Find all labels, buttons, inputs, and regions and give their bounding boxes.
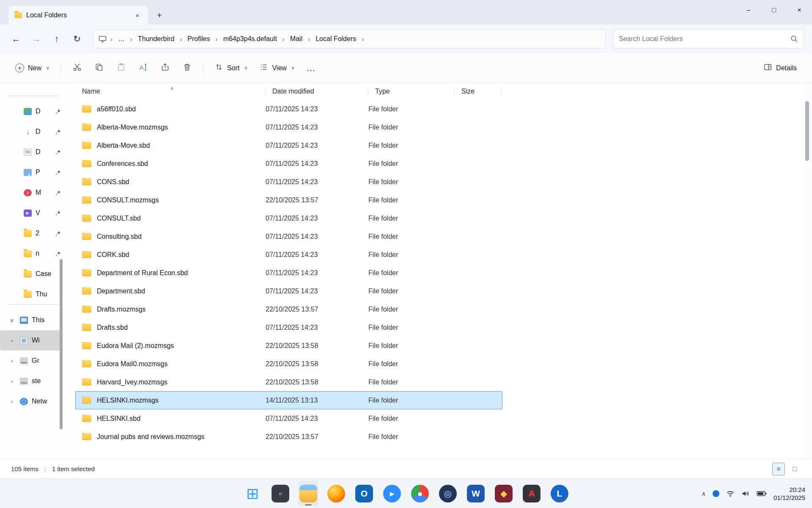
file-row[interactable]: Conferences.sbd 07/11/2025 14:23 File fo…: [75, 155, 502, 173]
file-row[interactable]: Consulting.sbd 07/11/2025 14:23 File fol…: [75, 227, 502, 246]
sidebar-item[interactable]: ∨ This: [0, 310, 61, 330]
sidebar-item[interactable]: › Wi: [0, 330, 61, 351]
battery-icon[interactable]: [757, 490, 767, 497]
taskbar-app[interactable]: O: [354, 481, 374, 506]
chevron-icon[interactable]: ›: [8, 358, 16, 364]
chevron-icon[interactable]: ›: [8, 378, 16, 384]
rename-button[interactable]: A: [133, 58, 153, 78]
file-row[interactable]: Eudora Mail0.mozmsgs 22/10/2025 13:58 Fi…: [75, 355, 502, 373]
sidebar-item[interactable]: M: [0, 182, 61, 203]
file-row[interactable]: Alberta-Move.mozmsgs 07/11/2025 14:23 Fi…: [75, 118, 502, 136]
taskbar-app[interactable]: [298, 481, 318, 506]
breadcrumb-segment[interactable]: Mail: [288, 34, 305, 44]
file-row[interactable]: Alberta-Move.sbd 07/11/2025 14:23 File f…: [75, 136, 502, 155]
new-tab-button[interactable]: +: [152, 8, 167, 22]
file-row[interactable]: CONS.sbd 07/11/2025 14:23 File folder: [75, 173, 502, 191]
view-button[interactable]: View ∨: [254, 58, 299, 78]
taskbar-app[interactable]: ▫: [270, 481, 291, 506]
file-row[interactable]: CONSULT.sbd 07/11/2025 14:23 File folder: [75, 209, 502, 227]
sidebar-item[interactable]: D: [0, 142, 61, 162]
search-icon[interactable]: [790, 35, 798, 43]
file-date-modified: 22/10/2025 13:58: [266, 342, 368, 350]
tab-close-button[interactable]: ×: [132, 10, 143, 21]
share-button[interactable]: [155, 58, 175, 78]
taskbar-app[interactable]: ●: [410, 481, 430, 506]
taskbar-app[interactable]: L: [549, 481, 570, 506]
sidebar-item[interactable]: V: [0, 203, 61, 223]
sidebar-item[interactable]: D: [0, 101, 61, 121]
cut-button[interactable]: [67, 58, 87, 78]
sidebar-item[interactable]: Thu: [0, 284, 61, 304]
breadcrumb-segment[interactable]: Profiles: [185, 34, 212, 44]
thumbnail-view-button[interactable]: □: [788, 463, 801, 475]
maximize-button[interactable]: □: [761, 0, 787, 20]
sidebar-item[interactable]: n: [0, 243, 61, 264]
new-button[interactable]: + New ∨: [10, 58, 55, 78]
breadcrumb-segment[interactable]: Thunderbird: [135, 34, 177, 44]
taskbar-app[interactable]: A: [521, 481, 542, 506]
more-options-button[interactable]: …: [302, 58, 320, 78]
sidebar-item[interactable]: › Netw: [0, 391, 61, 411]
file-row[interactable]: Eudora Mail (2).mozmsgs 22/10/2025 13:58…: [75, 337, 502, 355]
breadcrumb-segment[interactable]: Local Folders: [313, 34, 359, 44]
sidebar-scrollbar-thumb[interactable]: [60, 259, 63, 429]
taskbar-app[interactable]: ▸: [382, 481, 402, 506]
sidebar-item-icon: [24, 189, 32, 196]
file-row[interactable]: CORK.sbd 07/11/2025 14:23 File folder: [75, 246, 502, 264]
folder-icon: [82, 160, 91, 167]
wifi-icon[interactable]: [726, 490, 735, 497]
breadcrumb[interactable]: › … › Thunderbird › Profiles ›: [93, 30, 606, 48]
chevron-icon[interactable]: ∨: [8, 317, 16, 323]
copy-button[interactable]: [89, 58, 109, 78]
file-row[interactable]: a56ff010.sbd 07/11/2025 14:23 File folde…: [75, 100, 502, 118]
search-input[interactable]: [619, 35, 790, 43]
column-header-size[interactable]: Size: [455, 83, 501, 100]
taskbar-app[interactable]: ⊞: [242, 481, 263, 506]
delete-button[interactable]: [177, 58, 197, 78]
details-view-button[interactable]: ≡: [772, 463, 785, 475]
details-pane-button[interactable]: Details: [758, 58, 802, 78]
file-row[interactable]: CONSULT.mozmsgs 22/10/2025 13:57 File fo…: [75, 191, 502, 209]
up-button[interactable]: ↑: [47, 30, 67, 48]
taskbar-app[interactable]: [326, 481, 346, 506]
file-row[interactable]: Harvard_Ivey.mozmsgs 22/10/2025 13:58 Fi…: [75, 373, 502, 391]
file-row[interactable]: Department.sbd 07/11/2025 14:23 File fol…: [75, 282, 502, 300]
file-name: Drafts.mozmsgs: [97, 306, 146, 313]
sidebar-item[interactable]: P: [0, 162, 61, 182]
tray-app-icon[interactable]: [713, 490, 719, 497]
file-row[interactable]: Drafts.sbd 07/11/2025 14:23 File folder: [75, 318, 502, 337]
sidebar-item[interactable]: › Gr: [0, 351, 61, 371]
sidebar-item[interactable]: Case: [0, 264, 61, 284]
chevron-icon[interactable]: ›: [8, 337, 16, 344]
column-header-type[interactable]: Type: [368, 83, 455, 100]
minimize-button[interactable]: –: [736, 0, 761, 20]
close-button[interactable]: ×: [787, 0, 812, 20]
refresh-button[interactable]: ↻: [67, 30, 87, 48]
taskbar-app[interactable]: W: [466, 481, 486, 506]
scrollbar-thumb[interactable]: [805, 101, 809, 161]
file-row[interactable]: HELSINKI.mozmsgs 14/11/2025 13:13 File f…: [75, 391, 502, 409]
sidebar-item[interactable]: › ste: [0, 371, 61, 391]
file-row[interactable]: Journal pubs and reviews.mozmsgs 22/10/2…: [75, 428, 502, 446]
sidebar-item[interactable]: D: [0, 121, 61, 142]
volume-icon[interactable]: [741, 490, 750, 497]
breadcrumb-overflow-button[interactable]: …: [115, 34, 127, 44]
taskbar-app[interactable]: ◎: [438, 481, 458, 506]
breadcrumb-segment[interactable]: m64p3p4s.default: [221, 34, 280, 44]
file-row[interactable]: HELSINKI.sbd 07/11/2025 14:23 File folde…: [75, 409, 502, 428]
taskbar-app[interactable]: ◆: [494, 481, 514, 506]
clock[interactable]: 20:24 01/12/2025: [774, 486, 805, 502]
paste-button[interactable]: [111, 58, 131, 78]
sort-button[interactable]: Sort ∨: [209, 58, 252, 78]
file-row[interactable]: Department of Rural Econ.sbd 07/11/2025 …: [75, 264, 502, 282]
file-type: File folder: [368, 415, 455, 422]
sidebar-item[interactable]: 2: [0, 223, 61, 243]
column-header-name[interactable]: ∧ Name: [75, 83, 266, 100]
back-button[interactable]: ←: [6, 30, 26, 48]
tray-chevron-icon[interactable]: ∧: [702, 490, 706, 497]
chevron-icon[interactable]: ›: [8, 398, 16, 405]
column-header-date-modified[interactable]: Date modified: [266, 83, 368, 100]
forward-button[interactable]: →: [26, 30, 47, 48]
file-row[interactable]: Drafts.mozmsgs 22/10/2025 13:57 File fol…: [75, 300, 502, 318]
explorer-tab[interactable]: Local Folders ×: [8, 6, 148, 25]
